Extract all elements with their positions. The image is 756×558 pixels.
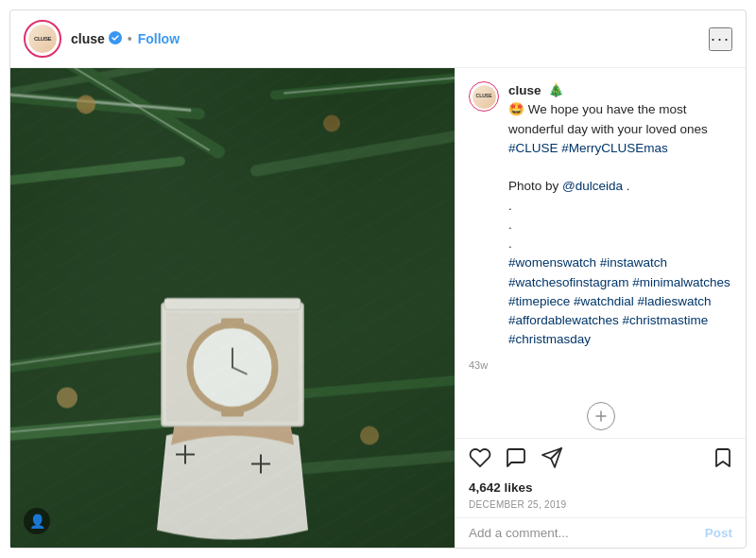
caption-body: cluse 🎄 🤩 We hope you have the most wond… — [508, 81, 732, 350]
share-button[interactable] — [541, 446, 563, 475]
post-caption: CLUSE cluse 🎄 🤩 We hope you have the mos… — [455, 68, 746, 394]
caption-timestamp: 43w — [469, 357, 732, 374]
caption-hashtags[interactable]: #CLUSE #MerryCLUSEmas — [508, 141, 668, 155]
post-right: CLUSE cluse 🎄 🤩 We hope you have the mos… — [455, 68, 746, 548]
svg-point-19 — [57, 388, 77, 409]
svg-point-20 — [360, 427, 379, 445]
post-image: 👤 — [10, 68, 455, 548]
post-comment-button[interactable]: Post — [705, 526, 732, 540]
bottom-user-icon[interactable]: 👤 — [24, 508, 50, 534]
comment-button[interactable] — [505, 446, 527, 475]
background-branches — [10, 68, 455, 548]
caption-greeting: 🎄 — [545, 83, 565, 97]
caption-tags: #womenswatch #instawatch#watchesofinstag… — [508, 255, 730, 346]
svg-point-18 — [323, 115, 340, 132]
follow-button[interactable]: Follow — [138, 31, 180, 46]
svg-rect-34 — [221, 408, 244, 417]
add-comment-row: Post — [455, 517, 746, 548]
caption-dots: ... — [508, 199, 512, 252]
caption-text: 🤩 We hope you have the most wonderful da… — [508, 102, 708, 135]
dot-separator: • — [128, 31, 132, 46]
more-options-button[interactable]: ··· — [709, 27, 732, 51]
caption-avatar-inner: CLUSE — [472, 84, 497, 110]
svg-rect-33 — [221, 319, 244, 328]
save-button[interactable] — [712, 446, 732, 475]
like-button[interactable] — [469, 446, 491, 475]
caption-username[interactable]: cluse — [508, 83, 541, 97]
post-main: 👤 CLUSE cluse 🎄 🤩 We hope you have the m… — [10, 68, 746, 548]
add-emoji-row — [455, 394, 746, 438]
verified-icon — [109, 31, 122, 47]
post-actions — [455, 438, 746, 479]
svg-point-17 — [77, 96, 95, 114]
post-date: DECEMBER 25, 2019 — [455, 498, 746, 517]
caption-avatar[interactable]: CLUSE — [469, 81, 499, 112]
add-emoji-button[interactable] — [587, 402, 615, 430]
post-container: CLUSE cluse • Follow ··· — [9, 9, 747, 549]
caption-photo-credit: Photo by @dulceida . — [508, 179, 630, 193]
avatar-wrapper[interactable]: CLUSE — [24, 20, 61, 58]
user-icon: 👤 — [29, 514, 45, 529]
avatar: CLUSE — [27, 24, 58, 54]
header-username[interactable]: cluse — [71, 31, 105, 46]
svg-rect-27 — [164, 299, 301, 310]
comment-input[interactable] — [469, 526, 705, 540]
mention-dulceida[interactable]: @dulceida — [562, 179, 623, 193]
likes-count: 4,642 likes — [455, 479, 746, 498]
post-header: CLUSE cluse • Follow ··· — [10, 10, 746, 68]
header-info: cluse • Follow — [71, 31, 709, 47]
